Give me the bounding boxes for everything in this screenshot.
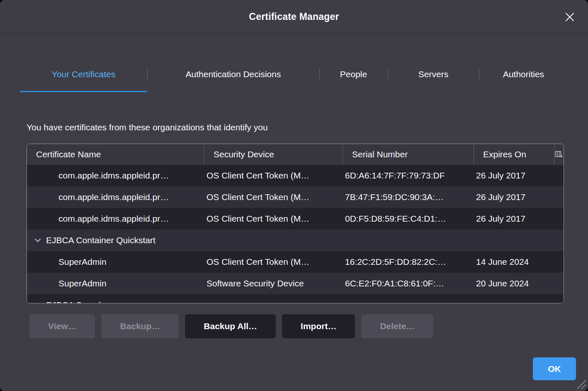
table-row[interactable]: SuperAdmin OS Client Cert Token (M… 16:2… — [27, 251, 564, 273]
column-picker-icon — [555, 151, 563, 158]
cell-certificate-name: com.apple.idms.appleid.pr… — [27, 165, 204, 186]
cell-spacer — [554, 208, 564, 230]
column-picker-button[interactable] — [554, 144, 564, 165]
tab-label: People — [340, 69, 367, 79]
table-group-row-ejbca-container-quickstart[interactable]: EJBCA Container Quickstart — [27, 230, 564, 251]
column-header-label: Certificate Name — [36, 149, 101, 159]
close-button[interactable] — [562, 10, 577, 24]
cell-certificate-name: SuperAdmin — [27, 273, 204, 294]
tab-authentication-decisions[interactable]: Authentication Decisions — [147, 56, 319, 92]
group-label: EJBCA Sample — [46, 300, 106, 303]
tab-label: Your Certificates — [52, 69, 115, 79]
table-group-row-ejbca-sample[interactable]: EJBCA Sample — [27, 294, 564, 303]
button-label: Import… — [301, 321, 336, 331]
column-header-serial-number[interactable]: Serial Number — [343, 144, 474, 165]
tab-people[interactable]: People — [319, 56, 388, 92]
cell-expires-on: 14 June 2024 — [474, 251, 554, 273]
intro-text: You have certificates from these organiz… — [27, 122, 268, 132]
view-button: View… — [29, 314, 95, 338]
tab-label: Servers — [418, 69, 448, 79]
resize-grip[interactable] — [575, 378, 587, 390]
tab-strip: Your Certificates Authentication Decisio… — [20, 56, 568, 92]
import-button[interactable]: Import… — [282, 314, 355, 338]
certificate-manager-dialog: Certificate Manager Your Certificates Au… — [0, 0, 588, 391]
column-header-label: Expires On — [483, 149, 526, 159]
cell-spacer — [554, 251, 564, 273]
cell-security-device: OS Client Cert Token (M… — [204, 251, 343, 273]
cell-serial-number: 7B:47:F1:59:DC:90:3A:… — [343, 186, 474, 208]
backup-all-button[interactable]: Backup All… — [185, 314, 276, 338]
cell-spacer — [554, 186, 564, 208]
cell-expires-on: 26 July 2017 — [474, 208, 554, 230]
cell-security-device: Software Security Device — [204, 273, 343, 294]
table-row[interactable]: SuperAdmin Software Security Device 6C:E… — [27, 273, 564, 294]
tab-authorities[interactable]: Authorities — [479, 56, 568, 92]
page-title: Certificate Manager — [249, 11, 339, 22]
cell-serial-number: 6D:A6:14:7F:7F:79:73:DF — [343, 165, 474, 186]
column-header-certificate-name[interactable]: Certificate Name — [27, 144, 204, 165]
column-header-security-device[interactable]: Security Device — [204, 144, 343, 165]
chevron-down-icon — [34, 302, 41, 303]
chevron-down-icon — [34, 237, 41, 243]
column-header-expires-on[interactable]: Expires On — [474, 144, 554, 165]
tab-label: Authorities — [503, 69, 544, 79]
tab-your-certificates[interactable]: Your Certificates — [20, 56, 147, 92]
button-label: Delete… — [380, 321, 415, 331]
tab-servers[interactable]: Servers — [388, 56, 479, 92]
table-header: Certificate Name Security Device Serial … — [27, 144, 564, 165]
delete-button: Delete… — [361, 314, 433, 338]
cell-security-device: OS Client Cert Token (M… — [204, 165, 343, 186]
button-label: Backup All… — [204, 321, 257, 331]
table-row[interactable]: com.apple.idms.appleid.pr… OS Client Cer… — [27, 208, 564, 230]
action-bar: View… Backup… Backup All… Import… Delete… — [29, 314, 433, 338]
column-header-label: Security Device — [214, 149, 274, 159]
ok-button[interactable]: OK — [533, 357, 576, 380]
cell-security-device: OS Client Cert Token (M… — [204, 186, 343, 208]
title-bar: Certificate Manager — [0, 0, 588, 34]
cell-expires-on: 20 June 2024 — [474, 273, 554, 294]
cell-serial-number: 16:2C:2D:5F:DD:82:2C:… — [343, 251, 474, 273]
table-row[interactable]: com.apple.idms.appleid.pr… OS Client Cer… — [27, 165, 564, 186]
cell-security-device: OS Client Cert Token (M… — [204, 208, 343, 230]
button-label: View… — [48, 321, 76, 331]
group-label: EJBCA Container Quickstart — [46, 235, 156, 245]
cell-certificate-name: com.apple.idms.appleid.pr… — [27, 186, 204, 208]
cell-spacer — [554, 165, 564, 186]
group-cell: EJBCA Sample — [27, 294, 564, 303]
cell-expires-on: 26 July 2017 — [474, 165, 554, 186]
table-row[interactable]: com.apple.idms.appleid.pr… OS Client Cer… — [27, 186, 564, 208]
table-body: com.apple.idms.appleid.pr… OS Client Cer… — [27, 165, 564, 303]
column-header-label: Serial Number — [352, 149, 408, 159]
cell-expires-on: 26 July 2017 — [474, 186, 554, 208]
cell-serial-number: 6C:E2:F0:A1:C8:61:0F:… — [343, 273, 474, 294]
tab-label: Authentication Decisions — [186, 69, 281, 79]
close-icon — [564, 12, 575, 22]
button-label: Backup… — [120, 321, 160, 331]
group-cell: EJBCA Container Quickstart — [27, 230, 564, 251]
backup-button: Backup… — [101, 314, 179, 338]
cell-serial-number: 0D:F5:D8:59:FE:C4:D1:… — [343, 208, 474, 230]
cell-certificate-name: com.apple.idms.appleid.pr… — [27, 208, 204, 230]
cell-spacer — [554, 273, 564, 294]
cell-certificate-name: SuperAdmin — [27, 251, 204, 273]
certificates-table: Certificate Name Security Device Serial … — [27, 144, 564, 303]
